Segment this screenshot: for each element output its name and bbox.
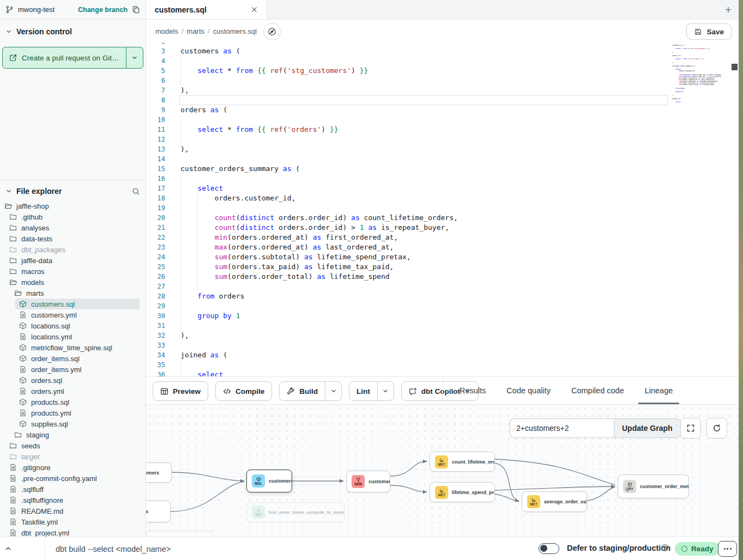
lineage-filter-input[interactable] xyxy=(510,418,614,438)
file-row-dbt_project.yml[interactable]: dbt_project.yml xyxy=(0,527,145,537)
file-row-locations.yml[interactable]: locations.yml xyxy=(0,331,145,342)
code-line-18[interactable]: 18 orders.customer_id, xyxy=(146,193,739,203)
code-line-6[interactable]: 6 xyxy=(146,76,739,86)
lint-dropdown[interactable] xyxy=(377,382,394,400)
code-line-14[interactable]: 14 xyxy=(146,154,739,164)
file-row-.sqlfluffignore[interactable]: .sqlfluffignore xyxy=(0,495,145,506)
code-line-31[interactable]: 31 xyxy=(146,321,739,331)
code-line-34[interactable]: 34joined as ( xyxy=(146,350,739,360)
tab-results[interactable]: Results xyxy=(453,377,492,404)
file-row-order_items.yml[interactable]: order_items.yml xyxy=(0,364,145,375)
file-row-.sqlfluff[interactable]: .sqlfluff xyxy=(0,484,145,495)
file-row-orders.yml[interactable]: orders.yml xyxy=(0,386,145,397)
code-line-12[interactable]: 12 xyxy=(146,135,739,144)
code-line-10[interactable]: 10 xyxy=(146,115,739,125)
editor-scrollbar[interactable] xyxy=(730,43,739,376)
code-line-35[interactable]: 35 xyxy=(146,360,739,370)
new-tab-button[interactable]: + xyxy=(725,0,732,19)
file-row-Taskfile.yml[interactable]: Taskfile.yml xyxy=(0,516,145,527)
code-line-23[interactable]: 23 max(orders.ordered_at) as last_ordere… xyxy=(146,242,739,252)
refresh-button[interactable] xyxy=(706,418,727,439)
file-row-jaffle-data[interactable]: jaffle-data xyxy=(0,255,145,266)
file-row-customers.sql[interactable]: customers.sql xyxy=(0,299,145,309)
scrollbar-thumb[interactable] xyxy=(732,64,738,70)
file-row-target[interactable]: target xyxy=(0,451,145,462)
chevron-up-icon[interactable] xyxy=(4,545,12,555)
file-row-marts[interactable]: marts xyxy=(0,288,145,299)
lineage-node-orders[interactable]: orders xyxy=(146,501,171,522)
file-row-.github[interactable]: .github xyxy=(0,211,145,222)
lineage-node-count-lifetime-orders[interactable]: METcount_lifetime_orders xyxy=(430,452,495,472)
file-row-supplies.sql[interactable]: supplies.sql xyxy=(0,418,145,429)
preview-button[interactable]: Preview xyxy=(153,381,208,401)
lineage-node-lifetime-spend-pretax[interactable]: METlifetime_spend_pretax xyxy=(430,482,495,502)
code-line-7[interactable]: 7), xyxy=(146,86,739,95)
lineage-node-customer-order-metrics[interactable]: QRYcustomer_order_metrics xyxy=(618,474,689,498)
code-editor[interactable]: 23customers as (45 select * from {{ ref(… xyxy=(146,43,739,377)
file-row-README.md[interactable]: README.md xyxy=(0,506,145,516)
status-ready-badge[interactable]: Ready xyxy=(675,542,720,556)
code-line-17[interactable]: 17 select xyxy=(146,184,739,193)
code-line-33[interactable]: 33 xyxy=(146,340,739,350)
file-row-models[interactable]: models xyxy=(0,277,145,288)
lineage-node-test-order-items[interactable]: TSTtest_order_items_compute_to_bools… xyxy=(246,502,345,522)
code-line-32[interactable]: 32), xyxy=(146,331,739,340)
code-line-20[interactable]: 20 count(distinct orders.order_id) as co… xyxy=(146,213,739,223)
lineage-node-customers-model[interactable]: MDLcustomers xyxy=(246,470,292,492)
fullscreen-button[interactable] xyxy=(680,418,701,439)
tab-lineage[interactable]: Lineage xyxy=(638,377,680,404)
file-row-.pre-commit-config.yaml[interactable]: .pre-commit-config.yaml xyxy=(0,473,145,484)
change-branch-link[interactable]: Change branch xyxy=(78,6,128,14)
file-row-.gitignore[interactable]: .gitignore xyxy=(0,462,145,473)
file-row-orders.sql[interactable]: orders.sql xyxy=(0,375,145,386)
code-line-25[interactable]: 25 sum(orders.tax_paid) as lifetime_tax_… xyxy=(146,262,739,272)
help-icon[interactable] xyxy=(661,544,669,554)
build-button[interactable]: Build xyxy=(279,381,342,401)
code-line-36[interactable]: 36 select xyxy=(146,370,739,377)
file-row-macros[interactable]: macros xyxy=(0,266,145,277)
compile-button[interactable]: Compile xyxy=(215,381,272,401)
file-row-products.yml[interactable]: products.yml xyxy=(0,407,145,418)
code-line-19[interactable]: 19 xyxy=(146,203,739,213)
save-button[interactable]: Save xyxy=(686,23,732,40)
code-line-8[interactable]: 8 xyxy=(146,95,739,105)
code-line-13[interactable]: 13), xyxy=(146,144,739,154)
file-row-customers.yml[interactable]: customers.yml xyxy=(0,309,145,320)
code-line-16[interactable]: 16 xyxy=(146,174,739,184)
code-line-3[interactable]: 3customers as ( xyxy=(146,46,739,56)
lint-button[interactable]: Lint xyxy=(349,381,394,401)
dbt-command-input[interactable] xyxy=(55,540,362,558)
breadcrumb-models[interactable]: models xyxy=(155,27,178,35)
file-row-seeds[interactable]: seeds xyxy=(0,440,145,451)
code-line-4[interactable]: 4 xyxy=(146,56,739,66)
file-row-staging[interactable]: staging xyxy=(0,429,145,440)
tab-customers-sql[interactable]: customers.sql xyxy=(146,0,267,19)
copy-icon[interactable] xyxy=(132,5,140,14)
code-line-15[interactable]: 15customer_orders_summary as ( xyxy=(146,164,739,174)
lineage-node-average-order-value[interactable]: METaverage_order_value xyxy=(522,491,587,512)
file-row-analyses[interactable]: analyses xyxy=(0,222,145,233)
file-row-order_items.sql[interactable]: order_items.sql xyxy=(0,353,145,364)
defer-toggle[interactable] xyxy=(539,543,559,554)
breadcrumb-marts[interactable]: marts xyxy=(187,27,205,35)
tab-code-quality[interactable]: Code quality xyxy=(500,377,557,404)
pr-dropdown-toggle[interactable] xyxy=(126,47,143,68)
create-pull-request-button[interactable]: Create a pull request on Git… xyxy=(2,47,143,69)
code-line-28[interactable]: 28 from orders xyxy=(146,291,739,301)
code-line-11[interactable]: 11 select * from {{ ref('orders') }} xyxy=(146,125,739,135)
code-line-9[interactable]: 9orders as ( xyxy=(146,105,739,115)
code-line-30[interactable]: 30 group by 1 xyxy=(146,311,739,321)
code-line-5[interactable]: 5 select * from {{ ref('stg_customers') … xyxy=(146,66,739,76)
code-line-24[interactable]: 24 sum(orders.subtotal) as lifetime_spen… xyxy=(146,252,739,262)
close-tab-icon[interactable] xyxy=(251,6,258,13)
compass-icon-button[interactable] xyxy=(263,23,281,40)
code-line-27[interactable]: 27 xyxy=(146,282,739,291)
code-line-29[interactable]: 29 xyxy=(146,301,739,311)
file-row-jaffle-shop[interactable]: jaffle-shop xyxy=(0,200,145,211)
code-line-22[interactable]: 22 min(orders.ordered_at) as first_order… xyxy=(146,233,739,242)
lineage-node-stg_customers[interactable]: stg_customers xyxy=(146,462,172,483)
chevron-down-icon[interactable] xyxy=(5,28,12,35)
file-row-metricflow_time_spine.sql[interactable]: metricflow_time_spine.sql xyxy=(0,342,145,353)
update-graph-button[interactable]: Update Graph xyxy=(614,418,681,438)
build-dropdown[interactable] xyxy=(325,382,341,400)
